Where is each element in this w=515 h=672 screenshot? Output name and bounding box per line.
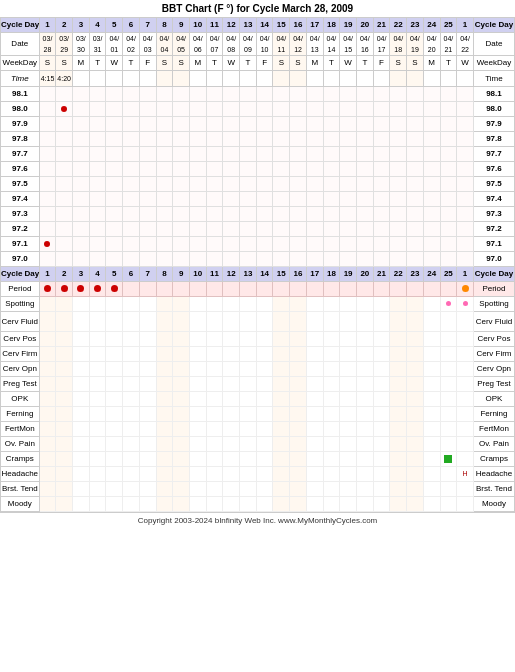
temp-cell (106, 147, 123, 162)
temp-cell (407, 177, 424, 192)
temp-cell (356, 117, 373, 132)
temp-cell (39, 162, 56, 177)
temp-label: 97.9 (1, 117, 40, 132)
fertmon-cell (457, 422, 474, 437)
temp-cell (223, 252, 240, 267)
temp-cell (106, 177, 123, 192)
temp-cell (273, 177, 290, 192)
chart-title: BBT Chart (F °) for Cycle March 28, 2009 (0, 0, 515, 17)
cycle-day-cell: 1 (457, 18, 474, 33)
temp-cell (240, 147, 257, 162)
opk-cell (273, 392, 290, 407)
temp-cell (323, 252, 340, 267)
cerv-pos-cell (356, 332, 373, 347)
preg-test-cell (323, 377, 340, 392)
temp-cell (173, 252, 190, 267)
moody-cell (106, 497, 123, 512)
cerv-fluid-cell (373, 312, 390, 332)
cerv-pos-cell (156, 332, 173, 347)
brst-tend-cell (123, 482, 140, 497)
headache-cell (273, 467, 290, 482)
brst-tend-cell (306, 482, 323, 497)
weekday-cell: S (273, 56, 290, 71)
cycle-day-bottom-label: Cycle Day (1, 267, 40, 282)
opk-cell (189, 392, 206, 407)
brst-tend-cell (290, 482, 307, 497)
ov-pain-cell (156, 437, 173, 452)
fertmon-cell (407, 422, 424, 437)
temp-cell (39, 87, 56, 102)
temp-cell (89, 237, 106, 252)
temp-cell (106, 132, 123, 147)
temp-cell (56, 117, 73, 132)
preg-test-cell (390, 377, 407, 392)
ov-pain-cell (457, 437, 474, 452)
temp-cell (373, 117, 390, 132)
temp-cell (457, 252, 474, 267)
date-cell: 04/17 (373, 33, 390, 56)
temp-cell (173, 102, 190, 117)
opk-cell (373, 392, 390, 407)
temp-cell (173, 192, 190, 207)
temp-cell (223, 237, 240, 252)
temp-cell (73, 162, 90, 177)
fertmon-cell (156, 422, 173, 437)
preg-test-cell (123, 377, 140, 392)
temp-cell (206, 222, 223, 237)
cerv-firm-cell (256, 347, 273, 362)
cerv-opn-cell (106, 362, 123, 377)
temp-cell (189, 237, 206, 252)
temp-cell (323, 132, 340, 147)
period-cell (390, 282, 407, 297)
temp-cell (56, 87, 73, 102)
temp-cell (123, 192, 140, 207)
temp-cell (390, 237, 407, 252)
cerv-pos-cell (240, 332, 257, 347)
cerv-fluid-label: Cerv Fluid (1, 312, 40, 332)
temp-cell (306, 177, 323, 192)
temp-cell (390, 87, 407, 102)
time-cell (156, 71, 173, 87)
headache-cell (173, 467, 190, 482)
fertmon-cell (373, 422, 390, 437)
cerv-fluid-cell (356, 312, 373, 332)
temp-cell (306, 162, 323, 177)
cerv-firm-cell (440, 347, 457, 362)
opk-cell (106, 392, 123, 407)
fertmon-cell (290, 422, 307, 437)
ferning-cell (290, 407, 307, 422)
temp-cell (256, 237, 273, 252)
chart-container: BBT Chart (F °) for Cycle March 28, 2009… (0, 0, 515, 528)
date-cell: 03/29 (56, 33, 73, 56)
temp-cell (206, 177, 223, 192)
temp-cell (457, 222, 474, 237)
temp-cell (123, 222, 140, 237)
moody-cell (173, 497, 190, 512)
ov-pain-label: Ov. Pain (1, 437, 40, 452)
temp-cell (73, 87, 90, 102)
spotting-cell (139, 297, 156, 312)
temp-cell (189, 252, 206, 267)
temp-cell (106, 252, 123, 267)
temp-cell (457, 162, 474, 177)
temp-cell (189, 162, 206, 177)
cramps-cell (73, 452, 90, 467)
ferning-cell (273, 407, 290, 422)
moody-cell (290, 497, 307, 512)
temp-cell (373, 222, 390, 237)
temp-cell (306, 87, 323, 102)
headache-label-right: Headache (473, 467, 514, 482)
period-cell (240, 282, 257, 297)
temp-cell (73, 132, 90, 147)
temp-cell (56, 132, 73, 147)
temp-cell (39, 117, 56, 132)
cerv-fluid-cell (173, 312, 190, 332)
ov-pain-cell (306, 437, 323, 452)
ov-pain-cell (256, 437, 273, 452)
ferning-cell (407, 407, 424, 422)
spotting-cell (106, 297, 123, 312)
ov-pain-cell (440, 437, 457, 452)
temp-cell (56, 252, 73, 267)
cycle-day-cell: 13 (240, 18, 257, 33)
spotting-cell (256, 297, 273, 312)
